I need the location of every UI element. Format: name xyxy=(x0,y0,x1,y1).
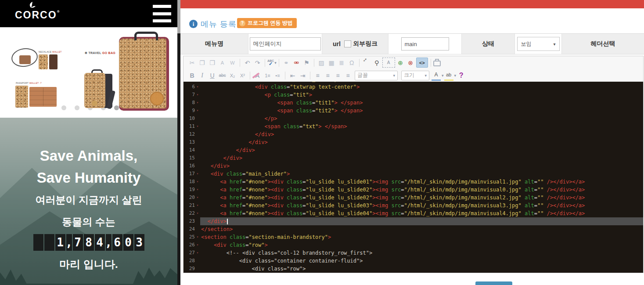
registered-mark: ® xyxy=(57,10,61,14)
slider-dot[interactable] xyxy=(75,105,79,110)
code-line: 18▾ <a href="#none"><div class="lu_slide… xyxy=(183,178,643,186)
unlink-icon[interactable]: ⚮ xyxy=(292,58,301,67)
italic-icon[interactable]: I xyxy=(198,71,207,80)
subscript-icon[interactable]: X₂ xyxy=(228,71,237,80)
print-icon[interactable] xyxy=(433,61,441,66)
strikethrough-icon[interactable]: abc xyxy=(218,71,227,80)
counter-digit xyxy=(33,234,43,251)
code-line: 20▾ <a href="#none"><div class="lu_slide… xyxy=(183,194,643,202)
counter-digit: 6 xyxy=(112,234,122,251)
align-left-icon[interactable]: ≡ xyxy=(313,71,322,80)
brown-wallet-image[interactable] xyxy=(49,54,58,69)
superscript-icon[interactable]: X² xyxy=(238,71,247,80)
travel-go-bag-subtext: · · · · xyxy=(95,58,105,60)
preview-scrollbar[interactable] xyxy=(177,0,180,285)
editor-toolbar-row2: B I U abc X₂ X² A 1≡ •≡ ⇤ ⇥ ≡ ≡ ≡ ≡ 글꼴▾ … xyxy=(183,69,643,82)
url-input[interactable] xyxy=(401,37,449,51)
site-logo[interactable]: CORCO® xyxy=(15,2,61,20)
select-all-icon[interactable]: A xyxy=(382,58,395,68)
necklace-wallet-image[interactable] xyxy=(19,55,31,64)
hero-title-line1: Save Animals, xyxy=(0,148,177,164)
outdent-icon[interactable]: ⇤ xyxy=(288,71,297,80)
code-line: 27▾ <!-- <div class="col-12 brandstory_r… xyxy=(183,249,643,257)
image-icon[interactable]: ▨ xyxy=(317,58,326,67)
question-icon: ? xyxy=(239,20,245,26)
slider-dot[interactable] xyxy=(61,105,66,110)
cut-icon[interactable]: ✂ xyxy=(187,58,197,67)
preview-scrollbar-thumb[interactable] xyxy=(177,0,180,33)
menu-name-input[interactable] xyxy=(250,37,321,51)
indent-icon[interactable]: ⇥ xyxy=(298,71,307,80)
bg-color-dropdown-icon[interactable]: ▾ xyxy=(454,73,457,78)
font-dropdown[interactable]: 글꼴▾ xyxy=(355,71,398,80)
site-header: CORCO® xyxy=(0,0,177,27)
paste-icon[interactable]: ❒ xyxy=(208,58,217,67)
spellcheck-icon[interactable]: ABC ✓ xyxy=(267,59,274,66)
product-slider: NECKLACE WALLET PASSPORT WALLET .7 ✻ TRA… xyxy=(0,27,177,118)
editor-toolbar-row1: ✂ ❐ ❒ A W ↶ ↷ ABC ✓ ▾ ⚭ ⚮ ⚑ ▨ ▦ ≣ Ω ↕ ⚲ xyxy=(183,56,643,69)
save-button[interactable]: 저장하기 xyxy=(475,281,512,285)
bullet-list-icon[interactable]: •≡ xyxy=(273,71,282,80)
source-code-area[interactable]: 5▾ <div class="mainvisual_txtwrap">6▾ <d… xyxy=(183,82,643,273)
chevron-down-icon: ▾ xyxy=(425,73,427,78)
url-label: url xyxy=(333,40,341,47)
menu-name-label: 메뉴명 xyxy=(180,34,248,54)
undo-icon[interactable]: ↶ xyxy=(243,58,252,67)
external-link-label: 외부링크 xyxy=(353,40,378,48)
hamburger-menu-icon[interactable] xyxy=(153,5,171,22)
bold-icon[interactable]: B xyxy=(187,71,197,80)
align-justify-icon[interactable]: ≡ xyxy=(343,71,353,80)
passport-wallet-open-image[interactable] xyxy=(29,87,57,107)
counter-digit: 4 xyxy=(95,234,105,251)
align-right-icon[interactable]: ≡ xyxy=(333,71,342,80)
small-backpack-image[interactable] xyxy=(84,71,112,109)
top-red-bar xyxy=(180,0,644,8)
chevron-down-icon: ▾ xyxy=(393,73,395,78)
text-cursor xyxy=(227,219,228,224)
site-preview-pane: CORCO® NECKLACE WALLET PASSPORT WALLET .… xyxy=(0,0,177,285)
special-char-icon[interactable]: Ω xyxy=(347,58,356,67)
program-link-help-button[interactable]: ? 프로그램 연동 방법 xyxy=(237,18,297,28)
counter-digit: 7 xyxy=(73,234,83,251)
table-icon[interactable]: ▦ xyxy=(327,58,336,67)
slider-dot[interactable] xyxy=(114,105,119,110)
maximize-icon[interactable]: ↕ xyxy=(360,56,373,69)
spellcheck-dropdown-icon[interactable]: ▾ xyxy=(274,61,277,65)
cork-wallet-image[interactable] xyxy=(39,54,48,69)
align-center-icon[interactable]: ≡ xyxy=(323,71,332,80)
passport-wallet-closed-image[interactable] xyxy=(15,86,28,108)
bg-color-icon[interactable]: ab xyxy=(444,70,453,81)
title-row: i 메뉴 등록 ? 프로그램 연동 방법 xyxy=(180,18,644,32)
numbered-list-icon[interactable]: 1≡ xyxy=(263,71,272,80)
external-link-checkbox[interactable] xyxy=(344,40,351,47)
code-line: 24</section> xyxy=(183,225,643,233)
horizontal-line-icon[interactable]: ≣ xyxy=(337,58,346,67)
paste-from-word-icon[interactable]: W xyxy=(228,58,237,67)
underline-icon[interactable]: U xyxy=(208,71,217,80)
copy-icon[interactable]: ❐ xyxy=(198,58,207,67)
counter-digit: 3 xyxy=(134,234,144,251)
remove-format-icon[interactable]: A xyxy=(253,71,262,80)
add-comment-icon[interactable]: ⊕ xyxy=(396,58,405,67)
find-icon[interactable]: ⚲ xyxy=(372,58,381,67)
counter-digit: 8 xyxy=(84,234,94,251)
passport-wallet-label: PASSPORT WALLET .7 xyxy=(16,82,42,84)
paste-as-text-icon[interactable]: A xyxy=(218,58,227,67)
large-backpack-image[interactable] xyxy=(119,37,169,111)
animal-counter: 1,784,603 xyxy=(0,234,177,251)
counter-digit: 0 xyxy=(123,234,133,251)
hero-banner: Save Animals, Save Humanity 여러분이 지금까지 살린… xyxy=(0,118,177,285)
status-select[interactable]: 보임 ▾ xyxy=(517,37,560,51)
code-line: 11▾ <span class="txt"> </span> xyxy=(183,123,643,130)
anchor-flag-icon[interactable]: ⚑ xyxy=(302,58,311,67)
link-icon[interactable]: ⚭ xyxy=(282,58,291,67)
remove-comment-icon[interactable]: ⊗ xyxy=(406,58,415,67)
help-icon[interactable]: ? xyxy=(457,71,466,80)
url-cell: url 외부링크 xyxy=(322,34,388,54)
text-color-dropdown-icon[interactable]: ▾ xyxy=(442,73,444,78)
text-color-icon[interactable]: A xyxy=(432,70,441,81)
size-dropdown[interactable]: 크기▾ xyxy=(401,71,429,80)
redo-icon[interactable]: ↷ xyxy=(253,58,262,67)
header-select-label: 헤더선택 xyxy=(562,34,644,54)
source-mode-button[interactable]: <> xyxy=(416,58,428,68)
